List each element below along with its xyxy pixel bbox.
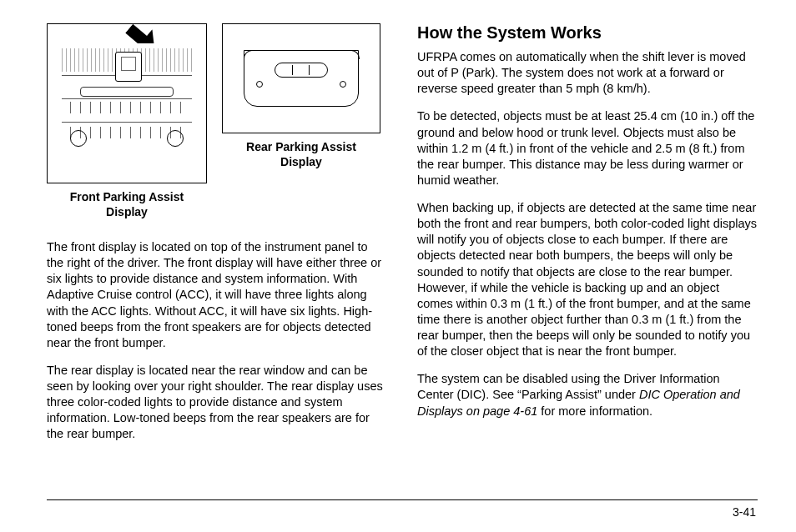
figure-row: Front Parking Assist Display Rear Parkin…: [47, 23, 387, 219]
left-column: Front Parking Assist Display Rear Parkin…: [47, 23, 387, 496]
footer-rule: [47, 499, 758, 500]
front-display-illustration: [53, 30, 200, 177]
manual-page: Front Parking Assist Display Rear Parkin…: [0, 0, 796, 532]
detection-range-paragraph: To be detected, objects must be at least…: [417, 108, 758, 188]
disable-system-paragraph: The system can be disabled using the Dri…: [417, 371, 758, 419]
two-column-layout: Front Parking Assist Display Rear Parkin…: [47, 23, 758, 496]
front-display-description: The front display is located on top of t…: [47, 239, 387, 351]
rear-display-description: The rear display is located near the rea…: [47, 363, 387, 443]
rear-figure-caption: Rear Parking Assist Display: [246, 140, 356, 169]
front-figure-caption: Front Parking Assist Display: [70, 190, 184, 219]
section-heading: How the System Works: [417, 23, 758, 43]
front-parking-assist-figure: [47, 23, 207, 183]
rear-figure-group: Rear Parking Assist Display: [222, 23, 380, 169]
rear-parking-assist-figure: [222, 23, 380, 133]
backup-behavior-paragraph: When backing up, if objects are detected…: [417, 200, 758, 359]
page-number: 3-41: [47, 505, 758, 519]
front-figure-group: Front Parking Assist Display: [47, 23, 207, 219]
disable-system-text-post: for more information.: [537, 404, 652, 418]
right-column: How the System Works UFRPA comes on auto…: [417, 23, 758, 496]
system-activation-paragraph: UFRPA comes on automatically when the sh…: [417, 49, 758, 97]
rear-display-illustration: [229, 30, 374, 127]
